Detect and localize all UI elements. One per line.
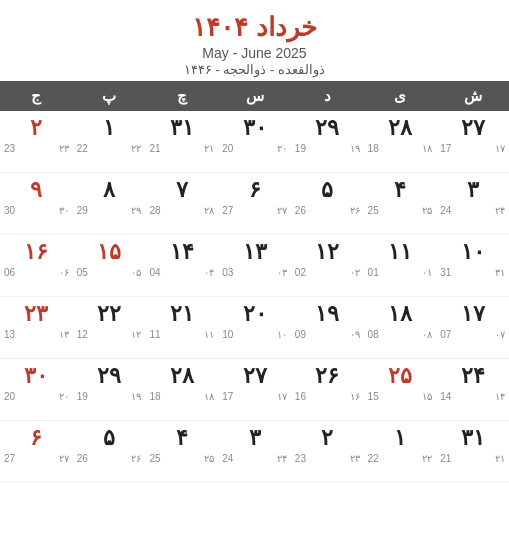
gregorian-day-number: 10	[222, 329, 233, 340]
hijri-day-number: ۰۶	[59, 267, 69, 278]
persian-day-number: ۱۶	[2, 239, 71, 265]
gregorian-day-number: 27	[222, 205, 233, 216]
hijri-day-number: ۱۲	[131, 329, 141, 340]
day-cell[interactable]: ۲۷۱۷17	[436, 111, 509, 173]
day-cell[interactable]: ۹۳۰30	[0, 173, 73, 235]
hijri-day-number: ۰۲	[350, 267, 360, 278]
persian-day-number: ۷	[147, 177, 216, 203]
day-cell[interactable]: ۳۱۲۱21	[436, 421, 509, 483]
day-cell[interactable]: ۲۸۱۸18	[145, 359, 218, 421]
day-cell[interactable]: ۱۸۰۸08	[364, 297, 437, 359]
persian-day-number: ۲۷	[438, 115, 507, 141]
hijri-day-number: ۱۹	[131, 391, 141, 402]
day-cell[interactable]: ۱۲۲22	[73, 111, 146, 173]
hijri-day-number: ۳۰	[59, 205, 69, 216]
day-cell[interactable]: ۲۲۳23	[291, 421, 364, 483]
day-cell[interactable]: ۶۲۷27	[0, 421, 73, 483]
gregorian-day-number: 25	[149, 453, 160, 464]
day-cell[interactable]: ۳۱۲۱21	[145, 111, 218, 173]
day-cell[interactable]: ۲۲۳23	[0, 111, 73, 173]
gregorian-day-number: 12	[77, 329, 88, 340]
gregorian-day-number: 30	[4, 205, 15, 216]
gregorian-day-number: 14	[440, 391, 451, 402]
gregorian-day-number: 20	[4, 391, 15, 402]
gregorian-day-number: 26	[77, 453, 88, 464]
day-cell[interactable]: ۳۰۲۰20	[0, 359, 73, 421]
day-cell[interactable]: ۱۰۳۱31	[436, 235, 509, 297]
hijri-day-number: ۲۴	[495, 205, 505, 216]
hijri-day-number: ۱۷	[277, 391, 287, 402]
persian-day-number: ۱۷	[438, 301, 507, 327]
day-cell[interactable]: ۲۵۱۵15	[364, 359, 437, 421]
persian-day-number: ۳	[220, 425, 289, 451]
hijri-day-number: ۲۳	[59, 143, 69, 154]
hijri-day-number: ۲۱	[495, 453, 505, 464]
day-cell[interactable]: ۱۲۲22	[364, 421, 437, 483]
gregorian-day-number: 02	[295, 267, 306, 278]
day-cell[interactable]: ۲۹۱۹19	[73, 359, 146, 421]
day-cell[interactable]: ۲۷۱۷17	[218, 359, 291, 421]
day-cell[interactable]: ۲۲۱۲12	[73, 297, 146, 359]
gregorian-day-number: 07	[440, 329, 451, 340]
hijri-day-number: ۲۴	[277, 453, 287, 464]
hijri-day-number: ۲۲	[422, 453, 432, 464]
persian-day-number: ۱۰	[438, 239, 507, 265]
day-cell[interactable]: ۱۶۰۶06	[0, 235, 73, 297]
day-cell[interactable]: ۱۴۰۴04	[145, 235, 218, 297]
persian-day-number: ۳۰	[2, 363, 71, 389]
day-cell[interactable]: ۳۲۴24	[436, 173, 509, 235]
gregorian-day-number: 19	[77, 391, 88, 402]
persian-day-number: ۳۱	[438, 425, 507, 451]
gregorian-day-number: 04	[149, 267, 160, 278]
day-cell[interactable]: ۱۵۰۵05	[73, 235, 146, 297]
hijri-day-number: ۰۷	[495, 329, 505, 340]
hijri-day-number: ۲۹	[131, 205, 141, 216]
day-cell[interactable]: ۵۲۶26	[291, 173, 364, 235]
gregorian-day-number: 17	[440, 143, 451, 154]
day-cell[interactable]: ۳۰۲۰20	[218, 111, 291, 173]
day-cell[interactable]: ۳۲۴24	[218, 421, 291, 483]
day-cell[interactable]: ۸۲۹29	[73, 173, 146, 235]
gregorian-day-number: 05	[77, 267, 88, 278]
day-cell[interactable]: ۲۳۱۳13	[0, 297, 73, 359]
day-cell[interactable]: ۲۸۱۸18	[364, 111, 437, 173]
hijri-day-number: ۱۸	[422, 143, 432, 154]
hijri-day-number: ۲۷	[59, 453, 69, 464]
day-cell[interactable]: ۱۱۰۱01	[364, 235, 437, 297]
calendar: خرداد ۱۴۰۴ May - June 2025 ذوالقعده - ذو…	[0, 0, 509, 483]
persian-day-number: ۸	[75, 177, 144, 203]
day-cell[interactable]: ۶۲۷27	[218, 173, 291, 235]
day-cell[interactable]: ۵۲۶26	[73, 421, 146, 483]
day-cell[interactable]: ۴۲۵25	[145, 421, 218, 483]
gregorian-day-number: 13	[4, 329, 15, 340]
day-cell[interactable]: ۲۴۱۴14	[436, 359, 509, 421]
gregorian-day-number: 06	[4, 267, 15, 278]
day-cell[interactable]: ۷۲۸28	[145, 173, 218, 235]
day-cell[interactable]: ۲۶۱۶16	[291, 359, 364, 421]
gregorian-day-number: 18	[368, 143, 379, 154]
day-cell[interactable]: ۴۲۵25	[364, 173, 437, 235]
gregorian-day-number: 01	[368, 267, 379, 278]
persian-day-number: ۱۳	[220, 239, 289, 265]
persian-day-number: ۹	[2, 177, 71, 203]
hijri-day-number: ۱۹	[350, 143, 360, 154]
day-cell[interactable]: ۱۹۰۹09	[291, 297, 364, 359]
hijri-day-number: ۲۶	[131, 453, 141, 464]
gregorian-day-number: 28	[149, 205, 160, 216]
hijri-day-number: ۲۰	[59, 391, 69, 402]
gregorian-day-number: 29	[77, 205, 88, 216]
persian-day-number: ۲۳	[2, 301, 71, 327]
hijri-day-number: ۰۸	[422, 329, 432, 340]
day-cell[interactable]: ۲۱۱۱11	[145, 297, 218, 359]
day-cell[interactable]: ۱۷۰۷07	[436, 297, 509, 359]
hijri-day-number: ۱۳	[59, 329, 69, 340]
day-cell[interactable]: ۲۹۱۹19	[291, 111, 364, 173]
day-cell[interactable]: ۲۰۱۰10	[218, 297, 291, 359]
day-cell[interactable]: ۱۲۰۲02	[291, 235, 364, 297]
hijri-day-number: ۱۱	[204, 329, 214, 340]
hijri-day-number: ۱۸	[204, 391, 214, 402]
persian-day-number: ۱۴	[147, 239, 216, 265]
persian-day-number: ۳۰	[220, 115, 289, 141]
day-cell[interactable]: ۱۳۰۳03	[218, 235, 291, 297]
gregorian-day-number: 17	[222, 391, 233, 402]
